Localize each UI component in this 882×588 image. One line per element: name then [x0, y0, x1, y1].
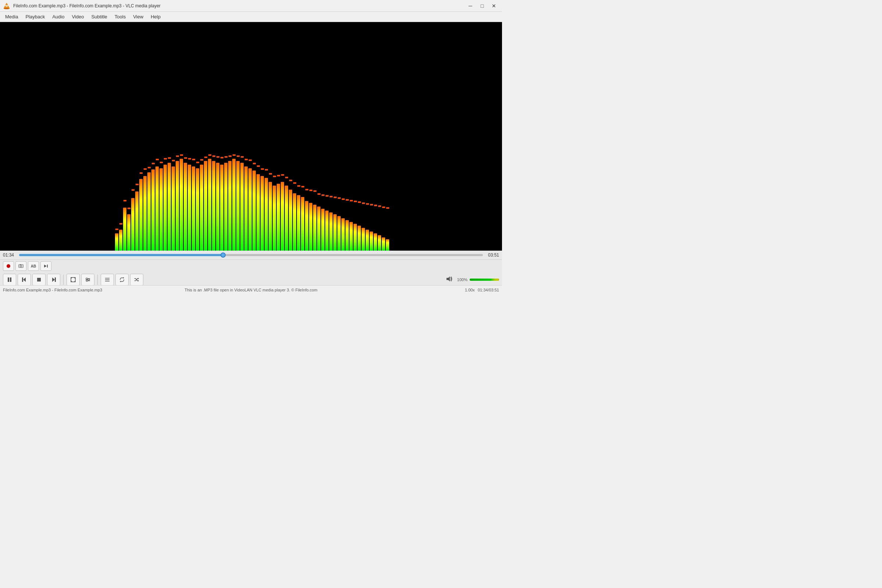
separator-1 — [63, 274, 64, 285]
menu-view[interactable]: View — [129, 12, 147, 21]
seek-thumb[interactable] — [220, 252, 226, 258]
snapshot-button[interactable] — [15, 261, 27, 271]
spectrum-bar — [208, 154, 212, 250]
spectrum-peak — [168, 157, 171, 159]
spectrum-peak — [261, 168, 264, 170]
controls-area: AB — [0, 260, 502, 285]
menu-tools[interactable]: Tools — [111, 12, 129, 21]
spectrum-bar — [192, 159, 195, 250]
spectrum-peak — [354, 201, 357, 202]
spectrum-bar — [131, 189, 135, 250]
vlc-icon — [3, 2, 10, 9]
close-button[interactable]: ✕ — [489, 2, 499, 9]
spectrum-bar — [228, 156, 231, 250]
menubar: Media Playback Audio Video Subtitle Tool… — [0, 12, 502, 22]
spectrum-bar — [333, 196, 337, 250]
svg-rect-9 — [47, 265, 48, 267]
svg-point-26 — [88, 279, 89, 280]
spectrum-peak — [245, 159, 248, 160]
spectrum-bar — [240, 156, 244, 250]
volume-area: 100% — [446, 276, 499, 284]
top-controls: AB — [0, 260, 502, 272]
record-button[interactable] — [3, 261, 14, 271]
spectrum-bar — [212, 156, 215, 250]
spectrum-bar — [252, 163, 256, 250]
spectrum-bar-main — [224, 163, 228, 250]
spectrum-bar-main — [265, 178, 268, 250]
spectrum-bar — [172, 160, 175, 250]
spectrum-bar-main — [261, 176, 264, 250]
pause-button[interactable] — [3, 274, 16, 285]
volume-slider[interactable] — [470, 279, 499, 281]
spectrum-bar — [256, 165, 260, 250]
svg-rect-7 — [20, 264, 21, 265]
spectrum-bar — [281, 174, 284, 250]
spectrum-bar — [305, 189, 308, 250]
spectrum-bar — [180, 154, 183, 250]
spectrum-bar — [265, 169, 268, 250]
menu-playback[interactable]: Playback — [22, 12, 48, 21]
next-button[interactable] — [47, 274, 60, 285]
spectrum-bar-main — [370, 231, 373, 250]
previous-button[interactable] — [18, 274, 31, 285]
spectrum-bar — [317, 193, 321, 250]
spectrum-bar-main — [200, 165, 203, 250]
spectrum-bar-main — [313, 205, 316, 250]
seekbar-area: 01:34 03:51 — [0, 250, 502, 260]
total-time: 03:51 — [486, 252, 499, 258]
menu-video[interactable]: Video — [68, 12, 87, 21]
playlist-button[interactable] — [101, 274, 114, 285]
maximize-button[interactable]: □ — [477, 2, 487, 9]
loop-button[interactable] — [116, 274, 129, 285]
spectrum-peak — [216, 156, 219, 158]
volume-icon[interactable] — [446, 276, 452, 284]
svg-point-1 — [4, 8, 9, 9]
spectrum-bar-main — [156, 166, 159, 250]
fullscreen-button[interactable] — [66, 274, 80, 285]
menu-audio[interactable]: Audio — [48, 12, 68, 21]
minimize-button[interactable]: ─ — [465, 2, 476, 9]
spectrum-peak — [382, 207, 385, 208]
spectrum-bar-main — [248, 168, 252, 250]
random-button[interactable] — [130, 274, 143, 285]
spectrum-bar — [289, 180, 292, 250]
menu-media[interactable]: Media — [2, 12, 22, 21]
seek-track[interactable] — [19, 254, 483, 256]
spectrum-bar — [236, 156, 240, 250]
spectrum-peak — [225, 156, 228, 158]
spectrum-peak — [172, 160, 175, 161]
stop-button[interactable] — [32, 274, 46, 285]
spectrum-bar-main — [293, 193, 296, 250]
spectrum-bar — [200, 159, 203, 250]
spectrum-bar-main — [127, 214, 130, 250]
spectrum-bar-main — [345, 220, 349, 250]
spectrum-bar — [374, 205, 377, 250]
spectrum-peak — [148, 167, 151, 168]
svg-point-4 — [7, 264, 10, 268]
spectrum-bar — [159, 162, 163, 250]
spectrum-bar — [277, 175, 280, 250]
spectrum-bar-main — [159, 168, 163, 250]
frame-step-button[interactable] — [40, 261, 51, 271]
spectrum-bar-main — [317, 207, 321, 250]
spectrum-bar-main — [244, 166, 248, 250]
spectrum-peak — [184, 157, 187, 159]
loop-ab-button[interactable]: AB — [28, 261, 39, 271]
spectrum-bar-main — [277, 184, 280, 250]
spectrum-bar-main — [374, 233, 377, 250]
spectrum-peak — [362, 202, 365, 204]
svg-marker-34 — [138, 280, 139, 282]
spectrum-bar-main — [252, 171, 256, 250]
spectrum-bar — [358, 201, 361, 250]
menu-subtitle[interactable]: Subtitle — [87, 12, 111, 21]
spectrum-peak — [208, 154, 212, 156]
spectrum-peak — [144, 168, 147, 170]
spectrum-bar — [297, 185, 300, 250]
spectrum-bar — [216, 156, 219, 250]
spectrum-peak — [358, 201, 361, 203]
spectrum-bar-main — [192, 166, 195, 250]
menu-help[interactable]: Help — [147, 12, 164, 21]
spectrum-bar-main — [152, 170, 155, 250]
spectrum-bar — [220, 157, 224, 250]
extended-button[interactable] — [81, 274, 94, 285]
